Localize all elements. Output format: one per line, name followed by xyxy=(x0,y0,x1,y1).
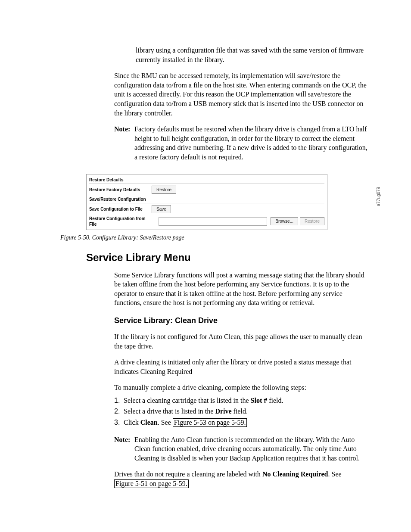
note-label: Note: xyxy=(114,435,134,463)
browse-button[interactable]: Browse... xyxy=(271,217,298,225)
step-number: 2. xyxy=(114,406,124,417)
step-1: 1. Select a cleaning cartridge that is l… xyxy=(114,395,368,406)
step-number: 3. xyxy=(114,417,124,428)
file-path-input[interactable] xyxy=(159,217,267,226)
intro-note: Note: Factory defaults must be restored … xyxy=(114,124,368,162)
figure-link-5-53[interactable]: Figure 5-53 on page 5-59. xyxy=(173,418,247,427)
step-bold: Clean xyxy=(140,419,158,426)
step-text: Select a drive that is listed in the xyxy=(124,408,215,415)
note-text: Factory defaults must be restored when t… xyxy=(134,124,368,162)
figure-tag: a77ug079 xyxy=(376,187,380,206)
clean-drive-trailing: Drives that do not require a cleaning ar… xyxy=(114,470,368,488)
step-text-tail: field. xyxy=(232,408,248,415)
step-number: 1. xyxy=(114,395,124,406)
clean-drive-steps: 1. Select a cleaning cartridge that is l… xyxy=(114,395,368,428)
service-intro-paragraph: Some Service Library functions will post… xyxy=(114,271,368,308)
clean-drive-p1: If the library is not configured for Aut… xyxy=(114,332,368,351)
section-restore-defaults: Restore Defaults xyxy=(89,177,324,184)
restore-config-label: Restore Configuration from File xyxy=(89,216,152,227)
note-label: Note: xyxy=(114,124,134,162)
heading-clean-drive: Service Library: Clean Drive xyxy=(114,316,368,325)
restore-from-file-button[interactable]: Restore xyxy=(300,217,324,225)
figure-link-5-51[interactable]: Figure 5-51 on page 5-59. xyxy=(114,479,189,488)
step-bold: Slot # xyxy=(251,397,268,404)
section-save-restore-config: Save/Restore Configuration xyxy=(89,196,324,203)
step-text: Click xyxy=(124,419,140,426)
figure-save-restore: Restore Defaults Restore Factory Default… xyxy=(86,174,368,230)
save-restore-panel: Restore Defaults Restore Factory Default… xyxy=(86,174,327,230)
restore-factory-label: Restore Factory Defaults xyxy=(89,187,152,193)
intro-rmu-paragraph: Since the RMU can be accessed remotely, … xyxy=(114,71,368,118)
heading-service-library-menu: Service Library Menu xyxy=(86,252,368,264)
clean-drive-p3: To manually complete a drive cleaning, c… xyxy=(114,383,368,392)
figure-caption: Figure 5-50. Configure Library: Save/Res… xyxy=(60,234,368,241)
intro-continuation: library using a configuration file that … xyxy=(136,46,368,64)
clean-drive-p2: A drive cleaning is initiated only after… xyxy=(114,358,368,376)
step-text: Select a cleaning cartridge that is list… xyxy=(124,397,251,404)
trailing-text-a: Drives that do not require a cleaning ar… xyxy=(114,470,262,478)
step-text-mid: . See xyxy=(158,419,173,426)
trailing-bold: No Cleaning Required xyxy=(262,470,328,478)
step-text-tail: field. xyxy=(267,397,283,404)
save-button[interactable]: Save xyxy=(152,205,171,213)
save-config-label: Save Configuration to File xyxy=(89,206,152,212)
clean-drive-note: Note: Enabling the Auto Clean function i… xyxy=(114,435,368,463)
note-text: Enabling the Auto Clean function is reco… xyxy=(134,435,368,463)
step-3: 3. Click Clean. See Figure 5-53 on page … xyxy=(114,417,368,428)
step-2: 2. Select a drive that is listed in the … xyxy=(114,406,368,417)
step-bold: Drive xyxy=(215,408,231,415)
restore-button[interactable]: Restore xyxy=(152,186,176,194)
trailing-text-c: . See xyxy=(328,470,341,478)
